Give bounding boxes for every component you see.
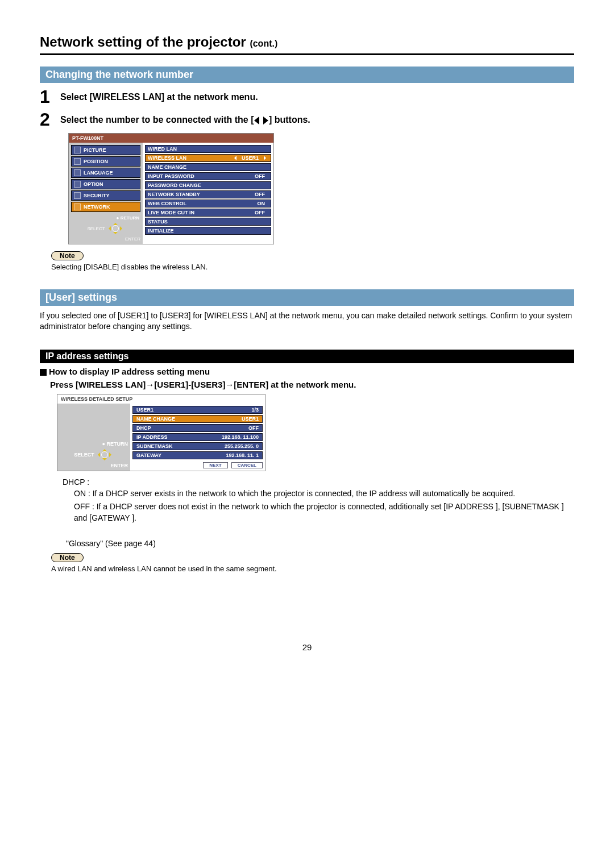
osd2-row-gateway: GATEWAY192.168. 11. 1	[132, 451, 263, 459]
osd-network-menu: PT-FW100NT PICTURE POSITION LANGUAGE OPT…	[68, 133, 274, 244]
arrow-right-icon	[263, 117, 268, 124]
osd2-title: WIRELESS DETAILED SETUP	[57, 394, 265, 404]
osd1-item-security: SECURITY	[71, 190, 140, 201]
note-badge-2: Note	[51, 553, 84, 562]
osd1-row-wiredlan: WIRED LAN	[145, 145, 271, 153]
osd1-row-livemodecutin: LIVE MODE CUT INOFF	[145, 209, 271, 217]
osd1-item-network: NETWORK	[71, 202, 140, 212]
osd1-item-picture: PICTURE	[71, 145, 140, 155]
osd1-navpad: ● RETURN SELECT ENTER	[71, 215, 140, 242]
section-user-settings: [User] settings	[40, 289, 574, 306]
step-1: 1 Select [WIRELESS LAN] at the network m…	[40, 88, 574, 106]
step-2: 2 Select the number to be connected with…	[40, 110, 574, 128]
dhcp-description: DHCP : ON : If a DHCP server exists in t…	[63, 477, 574, 550]
osd-arrow-left-icon	[232, 156, 237, 160]
osd2-row-subnetmask: SUBNETMASK255.255.255. 0	[132, 442, 263, 450]
osd-arrow-right-icon	[264, 156, 268, 160]
ip-subhead-1: How to display IP address setting menu	[40, 367, 574, 376]
glossary-ref: "Glossary" (See page 44)	[66, 538, 574, 550]
osd1-row-webcontrol: WEB CONTROLON	[145, 200, 271, 207]
osd2-row-namechange: NAME CHANGEUSER1	[132, 415, 263, 423]
arrow-left-icon	[254, 117, 259, 124]
osd1-row-wirelesslan: WIRELESS LAN USER1	[145, 154, 271, 162]
osd2-left-column: ● RETURN SELECT ENTER	[57, 404, 130, 471]
osd2-cancel-button: CANCEL	[231, 462, 263, 468]
osd-wireless-detailed-setup: WIRELESS DETAILED SETUP ● RETURN SELECT …	[57, 394, 265, 471]
osd1-left-column: PICTURE POSITION LANGUAGE OPTION SECURIT…	[69, 143, 143, 244]
step-2-text: Select the number to be connected with t…	[60, 110, 310, 125]
ip-subhead-2: Press [WIRELESS LAN]→[USER1]-[USER3]→[EN…	[50, 380, 574, 389]
user-settings-para: If you selected one of [USER1] to [USER3…	[40, 310, 574, 333]
section-ip-settings: IP address settings	[40, 350, 574, 363]
step-2-number: 2	[40, 110, 57, 128]
osd1-item-position: POSITION	[71, 156, 140, 167]
note-badge-1: Note	[51, 251, 84, 260]
osd1-row-networkstandby: NETWORK STANDBYOFF	[145, 190, 271, 198]
osd2-right-column: USER11/3 NAME CHANGEUSER1 DHCPOFF IP ADD…	[130, 404, 265, 471]
osd2-header: USER11/3	[132, 406, 263, 414]
page-title: Network setting of the projector (cont.)	[40, 34, 574, 50]
osd1-row-passwordchange: PASSWORD CHANGE	[145, 181, 271, 189]
section-changing-number: Changing the network number	[40, 67, 574, 83]
note-1-text: Selecting [DISABLE] disables the wireles…	[51, 263, 574, 272]
note-2-text: A wired LAN and wireless LAN cannot be u…	[51, 564, 574, 574]
osd1-item-option: OPTION	[71, 179, 140, 189]
osd1-row-namechange: NAME CHANGE	[145, 163, 271, 171]
osd1-row-inputpassword: INPUT PASSWORDOFF	[145, 172, 271, 180]
osd1-row-initialize: INITIALIZE	[145, 227, 271, 235]
step-1-number: 1	[40, 88, 57, 106]
osd1-model: PT-FW100NT	[69, 134, 273, 143]
step-1-text: Select [WIRELESS LAN] at the network men…	[60, 88, 258, 102]
page-number: 29	[40, 642, 574, 652]
osd1-item-language: LANGUAGE	[71, 168, 140, 178]
title-rule	[40, 53, 574, 55]
osd1-right-column: WIRED LAN WIRELESS LAN USER1 NAME CHANGE…	[143, 143, 273, 244]
osd1-row-status: STATUS	[145, 218, 271, 226]
osd2-next-button: NEXT	[203, 462, 227, 468]
osd2-row-ipaddress: IP ADDRESS192.168. 11.100	[132, 433, 263, 441]
osd2-row-dhcp: DHCPOFF	[132, 424, 263, 432]
square-bullet-icon	[40, 369, 47, 376]
